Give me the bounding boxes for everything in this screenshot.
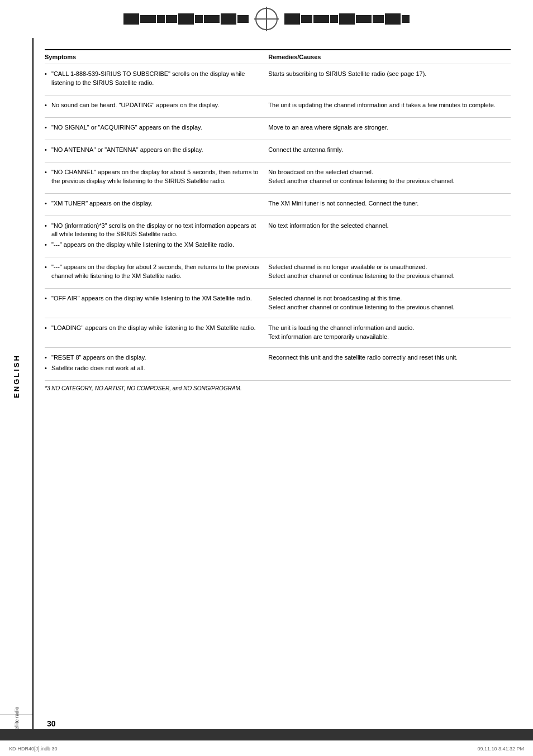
bar-block xyxy=(373,15,384,23)
remedy-cell: Selected channel is no longer available … xyxy=(268,257,511,289)
footer-right: 09.11.10 3:41:32 PM xyxy=(477,746,524,752)
list-item: "OFF AIR" appears on the display while l… xyxy=(45,294,259,303)
remedy-cell: Starts subscribing to SIRIUS Satellite r… xyxy=(268,64,511,95)
page-number: 30 xyxy=(34,719,69,728)
bar-block xyxy=(123,13,139,25)
table-row: "LOADING" appears on the display while l… xyxy=(45,318,511,348)
remedy-cell: No text information for the selected cha… xyxy=(268,216,511,257)
bar-block xyxy=(330,15,338,23)
english-label: ENGLISH xyxy=(12,354,21,398)
pattern-left xyxy=(123,13,249,25)
remedy-cell: The XM Mini tuner is not connected. Conn… xyxy=(268,193,511,216)
table-row: "NO ANTENNA" or "ANTENNA" appears on the… xyxy=(45,140,511,162)
list-item: "NO ANTENNA" or "ANTENNA" appears on the… xyxy=(45,146,259,155)
list-item: "XM TUNER" appears on the display. xyxy=(45,199,259,208)
remedy-cell: Reconnect this unit and the satellite ra… xyxy=(268,347,511,380)
table-row: "NO CHANNEL" appears on the display for … xyxy=(45,162,511,193)
bar-block xyxy=(157,15,165,23)
table-row: "NO SIGNAL" or "ACQUIRING" appears on th… xyxy=(45,117,511,140)
symptom-cell: "NO (information)*3" scrolls on the disp… xyxy=(45,216,268,257)
symptom-cell: "XM TUNER" appears on the display. xyxy=(45,193,268,216)
bar-block xyxy=(178,13,194,25)
list-item: "---" appears on the display for about 2… xyxy=(45,263,259,281)
list-item: "CALL 1-888-539-SIRIUS TO SUBSCRIBE" scr… xyxy=(45,70,259,88)
list-item: "---" appears on the display while liste… xyxy=(45,241,259,250)
troubleshoot-table: Symptoms Remedies/Causes "CALL 1-888-539… xyxy=(45,49,511,381)
bar-block xyxy=(385,13,401,25)
table-row: "RESET 8" appears on the display.Satelli… xyxy=(45,347,511,380)
bar-block xyxy=(284,13,300,25)
list-item: Satellite radio does not work at all. xyxy=(45,364,259,373)
remedy-cell: The unit is loading the channel informat… xyxy=(268,318,511,348)
symptom-cell: "CALL 1-888-539-SIRIUS TO SUBSCRIBE" scr… xyxy=(45,64,268,95)
list-item: "RESET 8" appears on the display. xyxy=(45,353,259,362)
symptom-cell: "OFF AIR" appears on the display while l… xyxy=(45,289,268,318)
bar-block xyxy=(166,15,177,23)
list-item: "LOADING" appears on the display while l… xyxy=(45,324,259,333)
table-row: No sound can be heard. "UPDATING" appear… xyxy=(45,95,511,117)
footnote: *3 NO CATEGORY, NO ARTIST, NO COMPOSER, … xyxy=(45,385,511,391)
symptom-cell: "RESET 8" appears on the display.Satelli… xyxy=(45,347,268,380)
crosshair-icon xyxy=(255,8,278,30)
bar-block xyxy=(221,13,236,25)
list-item: "NO (information)*3" scrolls on the disp… xyxy=(45,222,259,240)
table-row: "OFF AIR" appears on the display while l… xyxy=(45,289,511,318)
symptom-cell: No sound can be heard. "UPDATING" appear… xyxy=(45,95,268,117)
bar-block xyxy=(237,15,249,23)
bar-block xyxy=(301,15,312,23)
top-decorative-bar xyxy=(11,4,522,34)
bar-block xyxy=(313,15,329,23)
symptom-cell: "NO CHANNEL" appears on the display for … xyxy=(45,162,268,193)
bar-block xyxy=(356,15,372,23)
table-row: "CALL 1-888-539-SIRIUS TO SUBSCRIBE" scr… xyxy=(45,64,511,95)
remedy-cell: Connect the antenna firmly. xyxy=(268,140,511,162)
sidebar-english-section: ENGLISH xyxy=(0,38,32,715)
symptom-cell: "LOADING" appears on the display while l… xyxy=(45,318,268,348)
table-row: "XM TUNER" appears on the display.The XM… xyxy=(45,193,511,216)
bar-block xyxy=(140,15,156,23)
bottom-decorative-bar xyxy=(0,729,533,740)
bar-block xyxy=(195,15,203,23)
bar-block xyxy=(339,13,355,25)
sidebar: ENGLISH Satellite radio xyxy=(0,38,34,729)
table-row: "---" appears on the display for about 2… xyxy=(45,257,511,289)
sidebar-satellite-section: Satellite radio xyxy=(0,715,34,729)
remedies-header: Remedies/Causes xyxy=(268,50,511,64)
pattern-right xyxy=(284,13,410,25)
bar-block xyxy=(204,15,220,23)
remedy-cell: The unit is updating the channel informa… xyxy=(268,95,511,117)
symptom-cell: "NO SIGNAL" or "ACQUIRING" appears on th… xyxy=(45,117,268,140)
footer-left: KD-HDR40[J].indb 30 xyxy=(9,746,58,752)
table-row: "NO (information)*3" scrolls on the disp… xyxy=(45,216,511,257)
symptom-cell: "---" appears on the display for about 2… xyxy=(45,257,268,289)
list-item: "NO SIGNAL" or "ACQUIRING" appears on th… xyxy=(45,123,259,132)
list-item: No sound can be heard. "UPDATING" appear… xyxy=(45,101,259,110)
footer: KD-HDR40[J].indb 30 09.11.10 3:41:32 PM xyxy=(0,740,533,756)
remedy-cell: Selected channel is not broadcasting at … xyxy=(268,289,511,318)
remedy-cell: No broadcast on the selected channel.Sel… xyxy=(268,162,511,193)
list-item: "NO CHANNEL" appears on the display for … xyxy=(45,168,259,186)
symptoms-header: Symptoms xyxy=(45,50,268,64)
remedy-cell: Move to an area where signals are strong… xyxy=(268,117,511,140)
bar-block xyxy=(402,15,410,23)
symptom-cell: "NO ANTENNA" or "ANTENNA" appears on the… xyxy=(45,140,268,162)
main-content: Symptoms Remedies/Causes "CALL 1-888-539… xyxy=(34,38,524,729)
